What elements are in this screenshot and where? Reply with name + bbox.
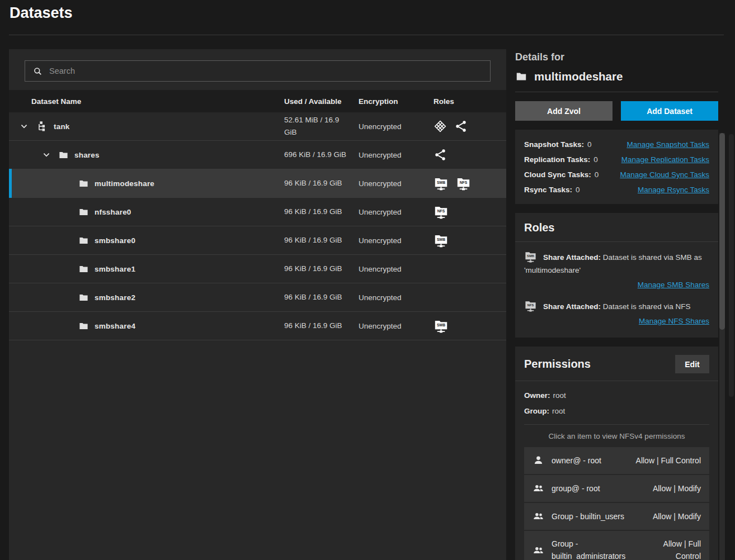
smb-share-icon: SMB — [524, 250, 537, 263]
dataset-name-cell: multimodeshare — [9, 178, 284, 189]
folder-icon — [78, 235, 89, 246]
roles-cell — [434, 120, 506, 133]
acl-item[interactable]: group@ - rootAllow | Modify — [524, 475, 709, 502]
header-divider — [9, 35, 724, 35]
used-available-cell: 52.61 MiB / 16.9 GiB — [284, 114, 359, 138]
column-header-used-available[interactable]: Used / Available — [284, 97, 359, 106]
roles-cell: NFS — [434, 205, 506, 220]
used-available-cell: 96 KiB / 16.9 GiB — [284, 177, 359, 189]
dataset-name-cell: smbshare2 — [9, 292, 284, 303]
share-role-icon[interactable] — [454, 120, 468, 133]
task-manage-link[interactable]: Manage Cloud Sync Tasks — [620, 167, 709, 182]
column-header-dataset-name[interactable]: Dataset Name — [9, 97, 284, 106]
task-label: Replication Tasks:0 — [524, 152, 598, 167]
svg-text:SMB: SMB — [437, 238, 445, 241]
roles-cell — [434, 148, 506, 162]
task-manage-link[interactable]: Manage Replication Tasks — [621, 152, 709, 167]
nfs-role-icon[interactable]: NFS — [456, 176, 471, 191]
dataset-name-label: shares — [74, 151, 100, 159]
task-manage-link[interactable]: Manage Rsync Tasks — [638, 182, 709, 197]
table-body: tank52.61 MiB / 16.9 GiBUnencryptedshare… — [9, 112, 506, 340]
dataset-row-smbshare0[interactable]: smbshare096 KiB / 16.9 GiBUnencryptedSMB — [9, 226, 506, 255]
page-title: Datasets — [10, 4, 73, 22]
acl-who-label: group@ - root — [552, 482, 600, 495]
used-available-cell: 96 KiB / 16.9 GiB — [284, 234, 359, 246]
dataset-name-label: smbshare2 — [95, 293, 135, 302]
people-icon — [533, 482, 544, 494]
dataset-row-tank[interactable]: tank52.61 MiB / 16.9 GiBUnencrypted — [9, 112, 506, 141]
task-label: Cloud Sync Tasks:0 — [524, 167, 599, 182]
dataset-row-smbshare2[interactable]: smbshare296 KiB / 16.9 GiBUnencrypted — [9, 283, 506, 312]
dataset-row-smbshare4[interactable]: smbshare496 KiB / 16.9 GiBUnencryptedSMB — [9, 312, 506, 340]
page-scrollbar-thumb[interactable] — [729, 134, 734, 397]
manage-shares-link[interactable]: Manage SMB Shares — [638, 281, 709, 289]
dataset-row-nfsshare0[interactable]: nfsshare096 KiB / 16.9 GiBUnencryptedNFS — [9, 198, 506, 226]
details-scrollbar-thumb[interactable] — [719, 133, 725, 330]
dataset-name-cell: smbshare4 — [9, 321, 284, 331]
folder-icon — [78, 178, 89, 189]
add-dataset-button[interactable]: Add Dataset — [621, 101, 718, 121]
task-row: Cloud Sync Tasks:0Manage Cloud Sync Task… — [524, 167, 709, 182]
nfs-share-icon: NFS — [524, 300, 537, 312]
encryption-cell: Unencrypted — [359, 236, 434, 245]
dataset-name-label: smbshare4 — [95, 322, 135, 330]
search-icon — [32, 66, 43, 77]
column-header-encryption[interactable]: Encryption — [359, 97, 434, 106]
roles-cell: SMB — [434, 319, 506, 334]
folder-icon — [78, 321, 89, 331]
group-value: root — [552, 407, 565, 415]
dataset-root-icon — [36, 120, 48, 132]
acl-divider — [524, 424, 709, 425]
smb-role-icon[interactable]: SMB — [434, 319, 449, 334]
dataset-name-label: multimodeshare — [95, 179, 154, 188]
used-available-cell: 96 KiB / 16.9 GiB — [284, 320, 359, 332]
dataset-row-shares[interactable]: shares696 KiB / 16.9 GiBUnencrypted — [9, 141, 506, 169]
search-input[interactable] — [49, 67, 483, 75]
acl-hint: Click an item to view NFSv4 permissions — [524, 432, 709, 440]
table-header-row: Dataset Name Used / Available Encryption… — [9, 90, 506, 112]
used-available-cell: 96 KiB / 16.9 GiB — [284, 206, 359, 218]
dataset-row-multimodeshare[interactable]: multimodeshare96 KiB / 16.9 GiBUnencrypt… — [9, 169, 506, 198]
apps-role-icon[interactable] — [434, 120, 447, 133]
svg-text:SMB: SMB — [437, 181, 445, 184]
acl-access-label: Allow | Modify — [629, 510, 701, 523]
acl-principal: Group - builtin_administrators — [533, 538, 644, 560]
used-available-cell: 96 KiB / 16.9 GiB — [284, 291, 359, 303]
smb-role-icon[interactable]: SMB — [434, 233, 449, 248]
share-role-icon[interactable] — [434, 148, 447, 162]
folder-icon — [78, 264, 89, 274]
details-panel: Details for multimodeshare Add Zvol Add … — [515, 49, 718, 560]
expand-toggle-chevron-down-icon[interactable] — [18, 120, 30, 132]
group-row: Group:root — [524, 406, 709, 417]
details-scrollbar-track[interactable] — [719, 133, 725, 560]
dataset-row-smbshare1[interactable]: smbshare196 KiB / 16.9 GiBUnencrypted — [9, 255, 506, 283]
acl-item[interactable]: owner@ - rootAllow | Full Control — [524, 447, 709, 474]
people-icon — [533, 544, 544, 556]
column-header-roles[interactable]: Roles — [434, 97, 506, 106]
edit-permissions-button[interactable]: Edit — [675, 355, 709, 373]
people-icon — [533, 510, 544, 522]
acl-principal: Group - builtin_users — [533, 510, 624, 523]
acl-access-label: Allow | Full Control — [649, 538, 701, 560]
acl-who-label: Group - builtin_administrators — [552, 538, 644, 560]
search-box[interactable] — [25, 60, 491, 82]
task-label: Snapshot Tasks:0 — [524, 137, 592, 152]
dataset-name-label: tank — [54, 122, 70, 131]
add-zvol-button[interactable]: Add Zvol — [515, 101, 613, 121]
acl-who-label: owner@ - root — [552, 454, 601, 467]
owner-label: Owner: — [524, 391, 550, 400]
share-description: Dataset is shared via NFS — [601, 302, 691, 311]
owner-value: root — [553, 391, 566, 400]
acl-item[interactable]: Group - builtin_usersAllow | Modify — [524, 503, 709, 530]
task-manage-link[interactable]: Manage Snapshot Tasks — [626, 137, 709, 152]
role-entry: SMBShare Attached: Dataset is shared via… — [524, 250, 709, 291]
encryption-cell: Unencrypted — [359, 293, 434, 302]
manage-shares-link[interactable]: Manage NFS Shares — [639, 317, 709, 325]
dataset-name-label: smbshare0 — [95, 236, 135, 245]
smb-role-icon[interactable]: SMB — [434, 176, 449, 191]
acl-item[interactable]: Group - builtin_administratorsAllow | Fu… — [524, 531, 709, 560]
roles-heading: Roles — [524, 221, 709, 234]
folder-icon — [78, 292, 89, 303]
expand-toggle-chevron-down-icon[interactable] — [40, 149, 53, 161]
nfs-role-icon[interactable]: NFS — [434, 205, 449, 220]
